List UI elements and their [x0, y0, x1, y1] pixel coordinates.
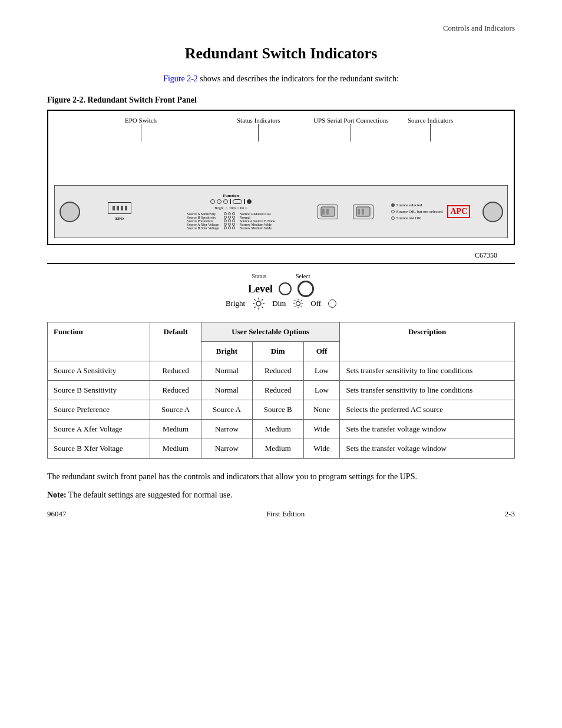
svg-rect-1: [322, 209, 325, 215]
cell-off: Low: [303, 381, 340, 400]
table-row: Source B Xfer VoltageMediumNarrowMediumW…: [48, 439, 515, 459]
col-header-off: Off: [303, 342, 340, 361]
col-header-default: Default: [150, 322, 201, 361]
status-icon: [279, 282, 292, 295]
callout-epo: EPO Switch: [125, 117, 157, 141]
cell-function: Source B Sensitivity: [48, 381, 150, 400]
cell-default: Medium: [150, 439, 201, 459]
cell-dim: Medium: [252, 420, 303, 439]
header-text: Controls and Indicators: [443, 24, 515, 32]
dim-sun-icon: [293, 298, 303, 309]
function-table: Function Default User Selectable Options…: [47, 322, 515, 459]
cell-function: Source A Xfer Voltage: [48, 420, 150, 439]
level-row: Level: [47, 281, 515, 297]
note-label: Note:: [47, 490, 67, 499]
svg-line-21: [301, 307, 302, 308]
off-circle-icon: [328, 299, 336, 308]
cell-dim: Reduced: [252, 381, 303, 400]
cell-description: Selects the preferred AC source: [340, 400, 515, 420]
col-header-dim: Dim: [252, 342, 303, 361]
note-paragraph: Note: The default settings are suggested…: [47, 489, 515, 501]
cell-description: Sets the transfer voltage window: [340, 420, 515, 439]
middle-section: Function Bright☼Dim○Int○ Sourc: [155, 193, 307, 230]
cell-bright: Narrow: [201, 420, 253, 439]
svg-line-12: [262, 307, 263, 308]
page-container: Controls and Indicators Redundant Switch…: [0, 0, 562, 536]
cell-off: Low: [303, 361, 340, 381]
figure-title: Figure 2-2. Redundant Switch Front Panel: [47, 95, 515, 105]
cell-bright: Normal: [201, 361, 253, 381]
callout-ups: UPS Serial Port Connections: [313, 117, 388, 141]
col-header-function: Function: [48, 322, 150, 361]
note-text: The default settings are suggested for n…: [67, 490, 233, 499]
table-row: Source A SensitivityReducedNormalReduced…: [48, 361, 515, 381]
cell-function: Source Preference: [48, 400, 150, 420]
cell-dim: Source B: [252, 400, 303, 420]
cell-description: Sets transfer sensitivity to line condit…: [340, 361, 515, 381]
bright-row: Bright Dim: [47, 297, 515, 310]
svg-line-23: [295, 307, 296, 308]
cell-default: Reduced: [150, 381, 201, 400]
table-row: Source A Xfer VoltageMediumNarrowMediumW…: [48, 420, 515, 439]
source-indicators-panel: Source selected Source OK, but not selec…: [384, 203, 478, 220]
page-title: Redundant Switch Indicators: [47, 45, 515, 62]
figure-link[interactable]: Figure 2-2: [163, 74, 198, 83]
dim-label: Dim: [272, 299, 286, 308]
level-top-labels: Status Select: [47, 273, 515, 279]
figure-number: C67350: [47, 251, 497, 260]
epo-section: EPO: [84, 199, 155, 224]
footer: 96047 First Edition 2-3: [47, 509, 515, 519]
cell-bright: Narrow: [201, 439, 253, 459]
col-header-description: Description: [340, 322, 515, 361]
cell-off: Wide: [303, 439, 340, 459]
select-icon: [297, 281, 314, 297]
cell-bright: Normal: [201, 381, 253, 400]
status-top-label: Status: [252, 273, 266, 279]
cell-bright: Source A: [201, 400, 253, 420]
cell-off: Wide: [303, 420, 340, 439]
svg-line-22: [301, 300, 302, 301]
footer-left: 96047: [47, 509, 67, 519]
ups-connectors: [307, 202, 384, 222]
cell-off: None: [303, 400, 340, 420]
header-section: Controls and Indicators: [47, 24, 515, 33]
bright-label: Bright: [226, 299, 245, 308]
cell-description: Sets transfer sensitivity to line condit…: [340, 381, 515, 400]
figure-box: EPO Switch Status Indicators UPS Serial …: [47, 110, 515, 245]
bright-sun-icon: [252, 297, 265, 310]
svg-point-6: [256, 301, 261, 306]
callout-status: Status Indicators: [237, 117, 280, 141]
bottom-paragraph: The redundant switch front panel has the…: [47, 470, 515, 483]
col-header-bright: Bright: [201, 342, 253, 361]
cell-default: Source A: [150, 400, 201, 420]
panel-device: EPO Function Bright☼Dim○Int○: [54, 185, 508, 238]
level-diagram: Status Select Level Bright Dim: [47, 273, 515, 310]
svg-rect-2: [326, 209, 329, 215]
svg-line-11: [254, 299, 256, 301]
intro-paragraph: Figure 2-2 shows and describes the indic…: [47, 74, 515, 84]
cell-dim: Reduced: [252, 361, 303, 381]
off-label: Off: [310, 299, 321, 308]
select-top-label: Select: [296, 273, 310, 279]
cell-description: Sets the transfer voltage window: [340, 439, 515, 459]
cell-function: Source A Sensitivity: [48, 361, 150, 381]
section-divider: [47, 263, 515, 264]
svg-point-15: [296, 302, 300, 306]
col-header-user-options: User Selectable Options: [201, 322, 340, 342]
cell-dim: Medium: [252, 439, 303, 459]
svg-line-14: [254, 307, 256, 308]
cell-default: Reduced: [150, 361, 201, 381]
table-row: Source B SensitivityReducedNormalReduced…: [48, 381, 515, 400]
table-row: Source PreferenceSource ASource ASource …: [48, 400, 515, 420]
cell-default: Medium: [150, 420, 201, 439]
callout-source: Source Indicators: [408, 117, 453, 141]
footer-right: 2-3: [505, 509, 515, 519]
svg-rect-5: [362, 209, 364, 215]
callout-area: EPO Switch Status Indicators UPS Serial …: [54, 117, 508, 158]
svg-rect-4: [358, 209, 360, 215]
cell-function: Source B Xfer Voltage: [48, 439, 150, 459]
svg-line-20: [295, 300, 296, 301]
footer-center: First Edition: [266, 509, 305, 519]
intro-rest: shows and describes the indicators for t…: [198, 74, 399, 83]
svg-line-13: [262, 299, 263, 301]
